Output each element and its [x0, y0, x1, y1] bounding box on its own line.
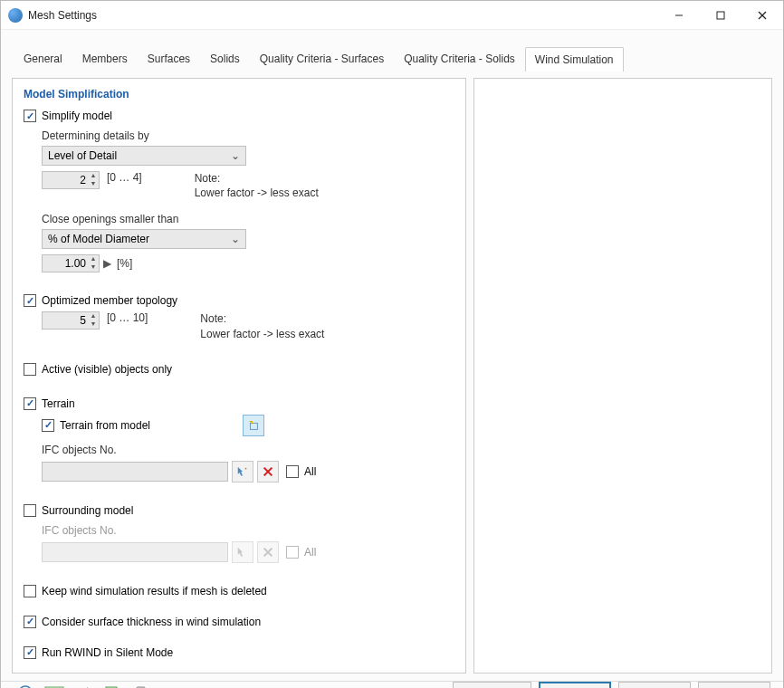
surrounding-checkbox[interactable]	[24, 504, 36, 517]
determining-details-label: Determining details by	[42, 129, 454, 142]
tab-members[interactable]: Members	[72, 46, 138, 71]
tab-general[interactable]: General	[14, 46, 72, 71]
footer: 0,00 OK & Apply OK Cancel Apply	[1, 681, 783, 688]
openings-value-input[interactable]: 1.00 ▲▼	[42, 254, 100, 272]
window-title: Mesh Settings	[28, 9, 658, 22]
close-openings-label: Close openings smaller than	[42, 213, 454, 225]
terrain-all-checkbox[interactable]	[286, 465, 299, 478]
units-icon[interactable]: 0,00	[43, 682, 66, 688]
help-icon[interactable]	[14, 682, 37, 688]
optimized-range: [0 … 10]	[107, 311, 148, 324]
minimize-button[interactable]	[658, 1, 700, 30]
surrounding-ifc-label: IFC objects No.	[42, 524, 454, 537]
optimized-note-title: Note:	[200, 312, 226, 325]
silent-mode-checkbox[interactable]	[24, 646, 36, 659]
cancel-button[interactable]: Cancel	[618, 682, 691, 688]
settings-pane: Model Simplification Simplify model Dete…	[12, 78, 466, 674]
terrain-from-model-checkbox[interactable]	[42, 419, 54, 432]
play-icon[interactable]: ▶	[103, 257, 111, 270]
terrain-from-model-label: Terrain from model	[60, 419, 150, 432]
optimized-note-body: Lower factor -> less exact	[200, 328, 324, 340]
openings-combo[interactable]: % of Model Diameter ⌄	[42, 229, 246, 249]
pick-objects-icon[interactable]	[232, 461, 253, 483]
spin-up-icon[interactable]: ▲	[88, 312, 99, 320]
svg-point-5	[245, 467, 247, 469]
active-visible-label: Active (visible) objects only	[42, 363, 172, 376]
clear-icon[interactable]	[257, 461, 279, 483]
silent-mode-label: Run RWIND in Silent Mode	[42, 646, 173, 659]
titlebar: Mesh Settings	[1, 1, 783, 30]
surrounding-label: Surrounding model	[42, 504, 133, 517]
load-default-icon[interactable]	[72, 682, 95, 688]
simplify-model-label: Simplify model	[42, 110, 112, 122]
tab-strip: General Members Surfaces Solids Quality …	[1, 30, 783, 71]
consider-thickness-checkbox[interactable]	[24, 616, 36, 628]
app-icon	[8, 8, 23, 23]
level-of-detail-combo[interactable]: Level of Detail ⌄	[42, 146, 246, 166]
keep-results-checkbox[interactable]	[24, 585, 36, 597]
keep-results-label: Keep wind simulation results if mesh is …	[42, 585, 267, 597]
openings-unit: [%]	[117, 257, 132, 270]
surrounding-all-label: All	[304, 546, 316, 559]
consider-thickness-label: Consider surface thickness in wind simul…	[42, 616, 261, 628]
tab-surfaces[interactable]: Surfaces	[138, 46, 200, 71]
tab-quality-surfaces[interactable]: Quality Criteria - Surfaces	[250, 46, 394, 71]
spin-up-icon[interactable]: ▲	[88, 255, 99, 263]
spin-down-icon[interactable]: ▼	[88, 320, 99, 329]
ifc-objects-label: IFC objects No.	[42, 444, 454, 456]
preview-pane	[473, 78, 772, 674]
chevron-down-icon: ⌄	[231, 149, 240, 162]
surrounding-ifc-input	[42, 542, 228, 562]
spin-up-icon[interactable]: ▲	[88, 172, 99, 180]
terrain-ifc-input[interactable]	[42, 462, 228, 482]
terrain-checkbox[interactable]	[24, 397, 36, 410]
detail-level-input[interactable]: 2 ▲▼	[42, 171, 100, 189]
close-button[interactable]	[741, 1, 783, 30]
detail-note-body: Lower factor -> less exact	[195, 186, 319, 199]
simplify-model-checkbox[interactable]	[24, 110, 36, 122]
active-visible-checkbox[interactable]	[24, 363, 36, 376]
tab-quality-solids[interactable]: Quality Criteria - Solids	[394, 46, 525, 71]
tab-wind-simulation[interactable]: Wind Simulation	[525, 47, 624, 72]
chevron-down-icon: ⌄	[231, 233, 240, 245]
mesh-settings-window: Mesh Settings General Members Surfaces S…	[0, 0, 784, 688]
svg-rect-1	[717, 12, 724, 19]
spin-down-icon[interactable]: ▼	[88, 263, 99, 272]
terrain-all-label: All	[304, 465, 316, 478]
pick-objects-icon	[232, 541, 253, 563]
maximize-button[interactable]	[700, 1, 741, 30]
tab-solids[interactable]: Solids	[200, 46, 250, 71]
ok-apply-button[interactable]: OK & Apply	[453, 682, 531, 688]
detail-range: [0 … 4]	[107, 171, 142, 184]
section-title: Model Simplification	[24, 88, 454, 100]
terrain-label: Terrain	[42, 397, 75, 410]
new-terrain-icon[interactable]	[243, 415, 264, 436]
surrounding-all-checkbox	[286, 546, 299, 559]
optimized-value-input[interactable]: 5 ▲▼	[42, 311, 100, 330]
optimized-topology-label: Optimized member topology	[42, 294, 177, 307]
ok-button[interactable]: OK	[539, 682, 611, 688]
svg-rect-4	[251, 423, 258, 429]
save-default-icon[interactable]	[100, 682, 124, 688]
spin-down-icon[interactable]: ▼	[88, 180, 99, 188]
clear-icon	[257, 541, 279, 563]
detail-note-title: Note:	[195, 172, 221, 185]
apply-button[interactable]: Apply	[698, 682, 770, 688]
reset-icon[interactable]	[129, 682, 153, 688]
optimized-topology-checkbox[interactable]	[24, 294, 36, 307]
